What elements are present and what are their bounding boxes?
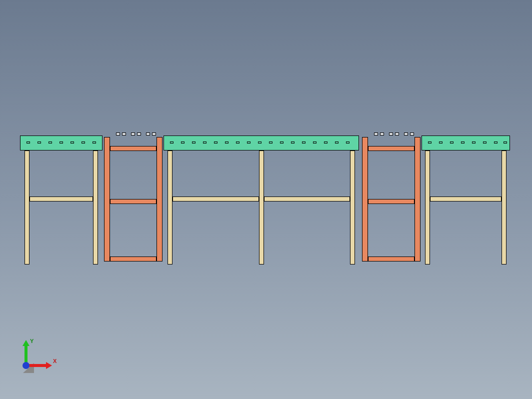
beam-connector	[122, 132, 126, 136]
beam-connector	[410, 132, 414, 136]
beam-hole	[170, 142, 174, 144]
beam-hole	[313, 142, 316, 144]
beam-hole	[504, 142, 507, 144]
beam-hole	[192, 142, 196, 144]
beam-hole	[70, 142, 74, 144]
beam-hole	[60, 142, 63, 144]
beam-hole	[38, 142, 41, 144]
beam-hole	[48, 142, 52, 144]
support-leg	[259, 150, 264, 264]
support-leg	[93, 150, 98, 264]
beam-hole	[181, 142, 184, 144]
frame-vertical	[362, 137, 368, 262]
beam-connector	[404, 132, 408, 136]
support-leg	[425, 150, 430, 264]
frame-vertical	[104, 137, 110, 262]
axis-y	[24, 345, 28, 363]
crossbar	[30, 196, 93, 202]
beam-hole	[236, 142, 240, 144]
beam-hole	[280, 142, 284, 144]
beam-hole	[450, 142, 454, 144]
support-leg	[350, 150, 355, 264]
crossbar	[172, 196, 259, 202]
frame-vertical	[156, 137, 162, 262]
beam-hole	[269, 142, 272, 144]
frame-horizontal	[368, 256, 414, 262]
beam-hole	[291, 142, 294, 144]
support-leg	[502, 150, 506, 264]
beam-hole	[483, 142, 486, 144]
frame-horizontal	[368, 146, 414, 151]
beam-connector	[395, 132, 399, 136]
beam-connector	[146, 132, 150, 136]
axis-x	[29, 364, 47, 367]
beam-connector	[389, 132, 393, 136]
support-leg	[168, 150, 172, 264]
beam-hole	[472, 142, 476, 144]
axis-indicator: X Y	[14, 338, 54, 373]
axis-x-label: X	[53, 358, 56, 364]
beam-hole	[439, 142, 442, 144]
beam-connector	[116, 132, 120, 136]
beam-hole	[324, 142, 328, 144]
beam-hole	[92, 142, 96, 144]
frame-horizontal	[110, 256, 156, 262]
beam-hole	[335, 142, 338, 144]
beam-connector	[131, 132, 135, 136]
beam-hole	[247, 142, 250, 144]
beam-connector	[137, 132, 141, 136]
beam-hole	[461, 142, 464, 144]
beam-hole	[302, 142, 306, 144]
beam-connector	[152, 132, 156, 136]
crossbar	[264, 196, 350, 202]
frame-horizontal	[110, 199, 156, 204]
beam-hole	[494, 142, 498, 144]
cad-viewport[interactable]: X Y	[0, 0, 532, 399]
beam-connector	[374, 132, 378, 136]
beam-hole	[26, 142, 30, 144]
axis-origin	[22, 362, 30, 369]
frame-vertical	[414, 137, 420, 262]
crossbar	[430, 196, 502, 202]
beam-hole	[214, 142, 218, 144]
beam-hole	[82, 142, 85, 144]
beam-hole	[203, 142, 206, 144]
frame-horizontal	[368, 199, 414, 204]
axis-x-arrow	[46, 362, 52, 369]
beam-hole	[225, 142, 228, 144]
support-leg	[24, 150, 30, 264]
axis-y-label: Y	[30, 338, 34, 344]
beam-hole	[428, 142, 432, 144]
beam-hole	[258, 142, 262, 144]
frame-horizontal	[110, 146, 156, 151]
beam-hole	[346, 142, 350, 144]
model-container	[0, 0, 532, 399]
beam-connector	[380, 132, 384, 136]
axis-y-arrow	[22, 340, 30, 346]
